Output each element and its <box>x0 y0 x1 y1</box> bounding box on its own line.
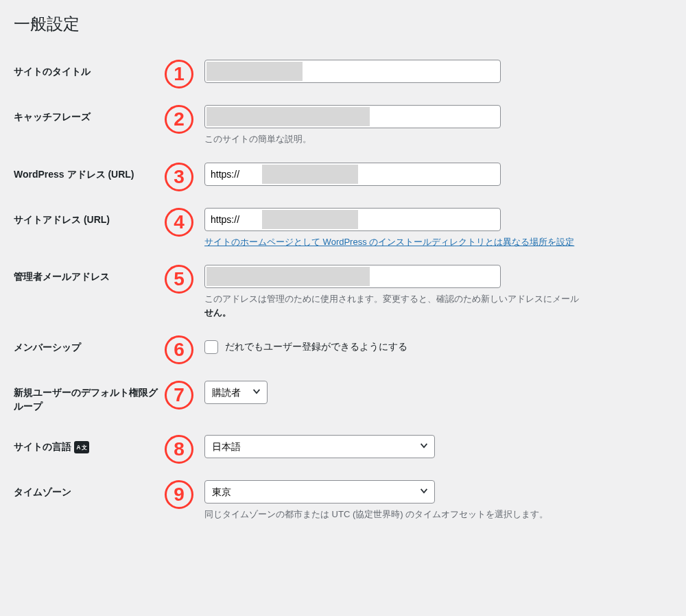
tagline-description: このサイトの簡単な説明。 <box>204 132 672 146</box>
timezone-description: 同じタイムゾーンの都市または UTC (協定世界時) のタイムオフセットを選択し… <box>204 508 672 521</box>
admin-email-description: このアドレスは管理のために使用されます。変更すると、確認のため新しいアドレスにメ… <box>204 292 672 319</box>
redaction-mask <box>206 107 370 126</box>
label-tagline: キャッチフレーズ <box>14 97 165 154</box>
annotation-marker-6: 6 <box>165 335 193 364</box>
settings-table: サイトのタイトル 1 キャッチフレーズ 2 <box>14 51 672 530</box>
label-site-url: サイトアドレス (URL) <box>14 200 165 257</box>
annotation-marker-2: 2 <box>165 105 193 134</box>
translate-icon: A文 <box>74 441 89 453</box>
site-url-help-link[interactable]: サイトのホームページとして WordPress のインストールディレクトリとは異… <box>204 237 574 247</box>
label-timezone: タイムゾーン <box>14 472 165 530</box>
annotation-marker-3: 3 <box>165 163 193 191</box>
timezone-select-wrap[interactable]: 東京 <box>204 480 435 504</box>
label-site-language: サイトの言語 A文 <box>14 427 165 472</box>
annotation-marker-1: 1 <box>165 60 193 88</box>
membership-checkbox[interactable] <box>204 340 218 354</box>
redaction-mask <box>206 62 303 81</box>
label-wp-url: WordPress アドレス (URL) <box>14 154 165 200</box>
label-membership: メンバーシップ <box>14 327 165 372</box>
annotation-marker-4: 4 <box>165 208 193 237</box>
default-role-select-wrap[interactable]: 購読者 <box>204 381 268 404</box>
label-site-title: サイトのタイトル <box>14 51 165 97</box>
timezone-select[interactable]: 東京 <box>205 481 436 503</box>
annotation-marker-8: 8 <box>165 435 193 464</box>
redaction-mask <box>206 267 370 286</box>
redaction-mask <box>262 165 358 184</box>
label-admin-email: 管理者メールアドレス <box>14 257 165 327</box>
svg-text:文: 文 <box>81 445 87 451</box>
redaction-mask <box>262 210 358 229</box>
annotation-marker-5: 5 <box>165 265 193 294</box>
site-language-select[interactable]: 日本語 <box>205 436 436 458</box>
svg-text:A: A <box>77 445 81 451</box>
membership-checkbox-text: だれでもユーザー登録ができるようにする <box>225 341 407 353</box>
membership-checkbox-label[interactable]: だれでもユーザー登録ができるようにする <box>204 335 672 359</box>
annotation-marker-9: 9 <box>165 480 193 509</box>
label-default-role: 新規ユーザーのデフォルト権限グループ <box>14 372 165 427</box>
site-language-select-wrap[interactable]: 日本語 <box>204 435 435 458</box>
annotation-marker-7: 7 <box>165 381 193 410</box>
default-role-select[interactable]: 購読者 <box>205 381 268 403</box>
page-title: 一般設定 <box>14 7 672 38</box>
